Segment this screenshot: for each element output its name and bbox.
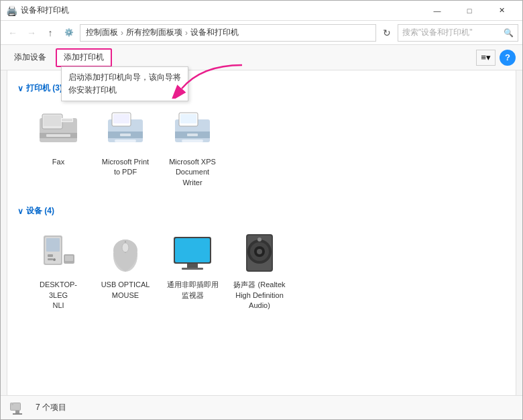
svg-rect-16 — [180, 114, 196, 123]
window-title: 设备和打印机 — [21, 5, 422, 16]
device-fax[interactable]: Fax — [28, 101, 89, 192]
svg-rect-3 — [44, 115, 61, 126]
monitor-label: 通用非即插即用监视器 — [167, 280, 219, 301]
back-button[interactable]: ← — [5, 25, 21, 41]
view-dropdown-icon: ▾ — [486, 52, 491, 62]
fax-icon — [34, 105, 82, 153]
monitor-icon — [168, 227, 217, 276]
svg-point-42 — [257, 238, 262, 242]
svg-rect-12 — [120, 134, 131, 136]
svg-point-25 — [53, 258, 56, 261]
recent-button[interactable]: ⚙️ — [61, 25, 77, 41]
breadcrumb-item-1: 控制面板 — [86, 27, 118, 38]
view-icon: ≡ — [481, 52, 486, 62]
add-printer-button[interactable]: 添加打印机 — [56, 48, 112, 67]
left-panel — [1, 70, 7, 395]
breadcrumb[interactable]: 控制面板 › 所有控制面板项 › 设备和打印机 — [80, 24, 376, 42]
device-speaker[interactable]: 扬声器 (RealtekHigh DefinitionAudio) — [229, 223, 290, 315]
add-device-button[interactable]: 添加设备 — [7, 48, 53, 67]
add-printer-label: 添加打印机 — [64, 52, 104, 63]
status-count: 7 个项目 — [36, 402, 66, 413]
title-controls: — □ ✕ — [422, 1, 517, 21]
device-monitor[interactable]: 通用非即插即用监视器 — [162, 223, 223, 315]
search-icon: 🔍 — [504, 28, 514, 38]
help-button[interactable]: ? — [500, 50, 516, 66]
printers-section-title: 打印机 (3) — [26, 83, 62, 94]
title-bar: 🖨️ 设备和打印机 — □ ✕ — [1, 1, 522, 21]
fax-label: Fax — [52, 157, 64, 167]
close-button[interactable]: ✕ — [486, 1, 517, 21]
svg-rect-45 — [15, 411, 19, 413]
view-button[interactable]: ≡ ▾ — [476, 50, 496, 66]
devices-chevron-icon: ∨ — [17, 207, 23, 216]
breadcrumb-item-2: 所有控制面板项 — [126, 27, 182, 38]
device-print-pdf[interactable]: Microsoft Printto PDF — [95, 101, 156, 192]
devices-section-title: 设备 (4) — [26, 205, 54, 217]
window-icon: 🖨️ — [6, 5, 17, 16]
printers-chevron-icon: ∨ — [17, 84, 23, 93]
search-placeholder: 搜索"设备和打印机" — [402, 27, 473, 38]
minimize-button[interactable]: — — [422, 1, 453, 21]
svg-rect-18 — [187, 134, 198, 136]
status-icon — [7, 397, 29, 419]
speaker-label: 扬声器 (RealtekHigh DefinitionAudio) — [233, 280, 285, 311]
pink-arrow-icon — [121, 58, 255, 99]
desktop-icon — [34, 227, 82, 276]
svg-rect-13 — [115, 140, 136, 142]
svg-rect-35 — [182, 268, 203, 270]
tooltip-line2: 你安装打印机 — [68, 85, 117, 95]
breadcrumb-item-3: 设备和打印机 — [190, 27, 239, 38]
mouse-icon — [101, 227, 150, 276]
svg-point-41 — [257, 249, 262, 254]
svg-rect-10 — [113, 114, 129, 123]
device-desktop[interactable]: DESKTOP-3LEGNLI — [28, 223, 89, 315]
svg-point-31 — [122, 243, 129, 252]
right-panel — [516, 70, 522, 395]
devices-grid: DESKTOP-3LEGNLI USB OPTICALMOUSE — [17, 223, 506, 315]
search-box[interactable]: 搜索"设备和打印机" 🔍 — [398, 24, 518, 42]
svg-rect-27 — [65, 256, 73, 261]
svg-rect-46 — [13, 413, 22, 415]
device-xps[interactable]: Microsoft XPSDocumentWriter — [162, 101, 223, 192]
main-window: 🖨️ 设备和打印机 — □ ✕ ← → ↑ ⚙️ 控制面板 › 所有控制面板项 … — [0, 0, 523, 420]
add-device-label: 添加设备 — [14, 52, 46, 63]
maximize-button[interactable]: □ — [454, 1, 485, 21]
mouse-label: USB OPTICALMOUSE — [101, 280, 150, 301]
desktop-label: DESKTOP-3LEGNLI — [32, 280, 84, 311]
forward-button[interactable]: → — [23, 25, 40, 41]
content-area: ∨ 打印机 (3) — [7, 70, 516, 395]
speaker-icon — [235, 227, 284, 276]
printers-grid: Fax Microsoft Printto PD — [17, 101, 506, 192]
xps-label: Microsoft XPSDocumentWriter — [169, 157, 216, 188]
svg-rect-23 — [48, 254, 53, 257]
svg-rect-24 — [48, 258, 53, 260]
status-bar: 7 个项目 — [1, 395, 522, 419]
svg-rect-47 — [11, 403, 13, 405]
svg-rect-34 — [187, 264, 198, 268]
address-bar: ← → ↑ ⚙️ 控制面板 › 所有控制面板项 › 设备和打印机 ↻ 搜索"设备… — [1, 21, 522, 45]
svg-rect-19 — [182, 140, 203, 142]
svg-rect-22 — [46, 238, 60, 252]
devices-section-header[interactable]: ∨ 设备 (4) — [17, 205, 506, 217]
svg-rect-5 — [62, 119, 72, 121]
svg-rect-33 — [175, 238, 210, 262]
main-content: ∨ 打印机 (3) — [1, 70, 522, 395]
svg-rect-7 — [46, 134, 70, 137]
xps-icon — [168, 105, 217, 153]
device-mouse[interactable]: USB OPTICALMOUSE — [95, 223, 156, 315]
toolbar: 添加设备 添加打印机 启动添加打印机向导，该向导将 你安装打印机 ≡ ▾ ? — [1, 45, 522, 70]
up-button[interactable]: ↑ — [42, 25, 58, 41]
print-pdf-icon — [101, 105, 150, 153]
print-pdf-label: Microsoft Printto PDF — [102, 157, 149, 178]
refresh-button[interactable]: ↻ — [379, 25, 395, 41]
